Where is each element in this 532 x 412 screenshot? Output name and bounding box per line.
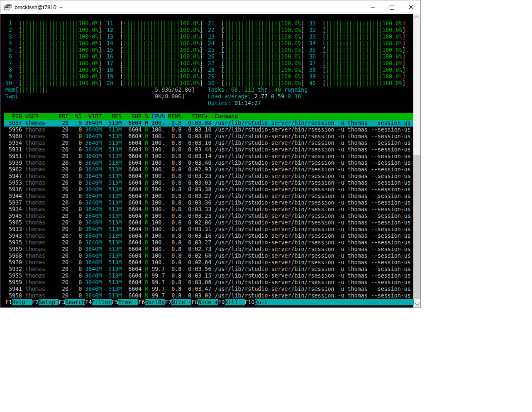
maximize-button[interactable]	[382, 0, 401, 14]
meter-bracket: ]	[402, 34, 405, 40]
process-row-5969[interactable]: 5969 thomas 20 0 3640M 513M 6604 R 100. …	[4, 246, 413, 253]
process-row-5939[interactable]: 5939 thomas 20 0 3640M 513M 6604 R 100. …	[4, 160, 413, 166]
fkey-f7-nice[interactable]: F7Nice -	[165, 299, 191, 305]
process-row-5962[interactable]: 5962 thomas 20 0 3640M 513M 6604 R 100. …	[4, 166, 413, 173]
cpu-meter-5: 5 [|||||||||||||||||100.0%]	[5, 47, 107, 54]
process-row-5954[interactable]: 5954 thomas 20 0 3640M 513M 6604 R 100. …	[4, 140, 413, 146]
cell-pid: 5934	[5, 206, 22, 212]
cpu-number: 32	[309, 27, 316, 33]
fkey-f1-help[interactable]: F1Help	[5, 299, 32, 305]
process-row-5943[interactable]: 5943 thomas 20 0 3640M 513M 6604 R 100. …	[4, 233, 413, 239]
process-row-5959[interactable]: 5959 thomas 20 0 3640M 513M 6604 R 99.7 …	[4, 279, 413, 286]
fkey-f5-tree[interactable]: F5Tree	[112, 299, 138, 305]
process-row-5970[interactable]: 5970 thomas 20 0 3640M 513M 6604 R 100. …	[4, 259, 413, 266]
close-button[interactable]: ×	[401, 0, 420, 14]
fkey-f4-filter[interactable]: F4Filter	[85, 299, 112, 305]
cell-virt-res: 3640M 513M	[82, 186, 122, 193]
fkey-f2-setup[interactable]: F2Setup	[32, 299, 59, 305]
fkey-key: F5	[112, 299, 118, 305]
cpu-number: 39	[309, 73, 316, 80]
meter-percent: %	[95, 27, 98, 33]
cell-user: thomas	[22, 193, 55, 199]
cell-virt-res: 3640M 513M	[82, 127, 122, 133]
cpu-meter-38: 38 [|||||||||||||||||100.0%]	[309, 67, 410, 73]
fkey-f9-kill[interactable]: F9Kill	[218, 299, 245, 305]
meter-bar: |||||||||||||||||100.0	[123, 54, 196, 60]
process-row-5947[interactable]: 5947 thomas 20 0 3640M 513M 6604 R 100. …	[4, 173, 413, 180]
memory-value: 5.93G/62.8G	[49, 87, 191, 93]
cell-pid: 5960	[5, 133, 22, 139]
cpu-number: 33	[309, 34, 316, 40]
process-row-5932[interactable]: 5932 thomas 20 0 3640M 513M 6604 R 99.7 …	[4, 266, 413, 273]
process-row-5953[interactable]: 5953 thomas 20 0 3640M 513M 6604 R 100. …	[4, 180, 413, 186]
process-row-5936[interactable]: 5936 thomas 20 0 3640M 513M 6604 R 100. …	[4, 186, 413, 193]
cell-virt-res: 3640M 513M	[82, 293, 122, 299]
memory-label: Mem	[5, 87, 15, 93]
process-row-5934[interactable]: 5934 thomas 20 0 3640M 513M 6604 R 100. …	[4, 206, 413, 213]
header-columns-right: MEM% TIME+ Command	[168, 113, 414, 119]
cell-cpu-mem-time-command: 100. 0.8 0:03.27 /usr/lib/rstudio-server…	[148, 239, 410, 246]
fkey-key: F6	[138, 299, 145, 305]
cell-user: thomas	[22, 153, 55, 159]
cpu-meter-10: 10 [|||||||||||||||||100.0%]	[5, 80, 107, 87]
cell-user: thomas	[22, 239, 55, 246]
scrollbar[interactable]	[413, 14, 420, 307]
meter-bracket: [	[113, 67, 123, 73]
fkey-f3-search[interactable]: F3Search	[59, 299, 85, 305]
cell-pid: 5935	[5, 239, 22, 246]
process-table-header[interactable]: PID USER PRI NI VIRT RES SHR S CPU% MEM%…	[4, 113, 413, 120]
cpu-meter-36: 36 [|||||||||||||||||100.0%]	[309, 54, 410, 60]
process-row-5956[interactable]: 5956 thomas 20 0 3640M 513M 6604 R 100. …	[4, 127, 413, 133]
meter-bracket: [	[215, 54, 225, 60]
cell-pid: 5933	[5, 226, 22, 232]
cpu-number: 11	[107, 20, 113, 27]
fkey-f6-sortby[interactable]: F6SortBy	[138, 299, 165, 305]
meter-bracket: [	[316, 34, 326, 40]
process-row-5957[interactable]: 5957 thomas 20 0 3640M 513M 6604 R 100. …	[4, 120, 413, 127]
meter-percent: %	[95, 54, 98, 60]
scrollbar-down-button[interactable]	[413, 300, 420, 307]
meter-bracket: [	[113, 40, 123, 46]
meter-bracket: [	[113, 54, 123, 60]
process-row-5933[interactable]: 5933 thomas 20 0 3640M 513M 6604 R 100. …	[4, 226, 413, 233]
process-row-5955[interactable]: 5955 thomas 20 0 3640M 513M 6604 R 99.7 …	[4, 273, 413, 279]
process-row-5935[interactable]: 5935 thomas 20 0 3640M 513M 6604 R 100. …	[4, 239, 413, 246]
meter-bar: |||||||||||||||||100.0	[225, 54, 298, 60]
meter-bracket: [	[12, 54, 22, 60]
process-row-5960[interactable]: 5960 thomas 20 0 3640M 513M 6604 R 100. …	[4, 133, 413, 140]
cell-pri-ni: 20 0	[55, 253, 82, 259]
minimize-button[interactable]	[363, 0, 382, 14]
process-row-5968[interactable]: 5968 thomas 20 0 3640M 513M 6604 R 100. …	[4, 253, 413, 259]
cell-virt-res: 3640M 513M	[82, 253, 122, 259]
meter-percent: %	[298, 27, 301, 33]
process-row-5944[interactable]: 5944 thomas 20 0 3640M 513M 6604 R 100. …	[4, 193, 413, 200]
fkey-f10-quit[interactable]: F10Quit	[245, 299, 275, 305]
cell-pri-ni: 20 0	[55, 166, 82, 173]
cpu-meter-row: 2 [|||||||||||||||||100.0%]12 [|||||||||…	[4, 27, 413, 34]
process-row-5931[interactable]: 5931 thomas 20 0 3640M 513M 6604 R 100. …	[4, 146, 413, 153]
fkey-f8-nice[interactable]: F8Nice +	[191, 299, 218, 305]
terminal[interactable]: 1 [|||||||||||||||||100.0%]11 [|||||||||…	[0, 14, 420, 307]
meter-bracket: ]	[402, 54, 405, 60]
chevron-down-icon	[415, 301, 420, 305]
process-row-5945[interactable]: 5945 thomas 20 0 3640M 513M 6604 R 100. …	[4, 213, 413, 219]
meter-percent: %	[399, 47, 402, 53]
minimize-icon	[371, 7, 375, 7]
meter-bracket: [	[15, 93, 19, 100]
scrollbar-thumb[interactable]	[413, 155, 420, 299]
cell-pri-ni: 20 0	[55, 193, 82, 199]
cell-pri-ni: 20 0	[55, 246, 82, 252]
process-row-5937[interactable]: 5937 thomas 20 0 3640M 513M 6604 R 100. …	[4, 200, 413, 206]
cell-pri-ni: 20 0	[55, 133, 82, 139]
cell-user: thomas	[22, 160, 55, 166]
load-average-segment: 0.38	[288, 93, 301, 100]
cell-cpu-mem-time-command: 99.7 0.8 0:03.47 /usr/lib/rstudio-server…	[148, 286, 410, 292]
process-row-5941[interactable]: 5941 thomas 20 0 3640M 513M 6604 R 99.7 …	[4, 286, 413, 293]
uptime: Uptime: 01:14:27	[208, 100, 261, 107]
process-row-5951[interactable]: 5951 thomas 20 0 3640M 513M 6604 R 100. …	[4, 153, 413, 160]
process-row-5958[interactable]: 5958 thomas 20 0 3640M 513M 6604 R 99.7 …	[4, 293, 413, 299]
scrollbar-up-button[interactable]	[413, 14, 420, 21]
cpu-meter-21: 21 [|||||||||||||||||100.0%]	[208, 20, 309, 27]
process-row-5965[interactable]: 5965 thomas 20 0 3640M 513M 6604 R 100. …	[4, 219, 413, 226]
cpu-meter-11: 11 [|||||||||||||||||100.0%]	[107, 20, 208, 27]
